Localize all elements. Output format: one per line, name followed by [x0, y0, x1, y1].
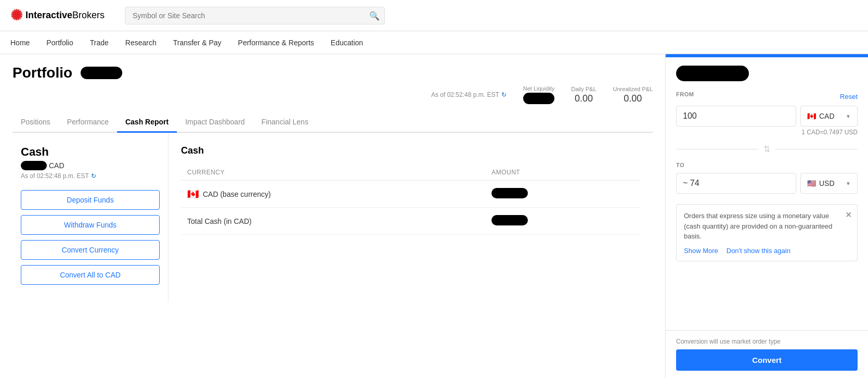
left-sidebar: Cash CAD As of 02:52:48 p.m. EST ↻ Depos…	[12, 133, 169, 303]
right-content: Cash CURRENCY AMOUNT 🇨🇦	[169, 133, 653, 303]
footer-text: Conversion will use market order type	[676, 338, 858, 345]
to-currency-code: USD	[819, 179, 835, 187]
cad-amount-redacted	[491, 188, 528, 198]
to-input-row: 🇺🇸 USD ▼	[676, 173, 858, 194]
cad-flag-icon: 🇨🇦	[187, 188, 199, 200]
notice-box: Orders that express size using a monetar…	[676, 204, 858, 261]
show-more-link[interactable]: Show More	[684, 247, 718, 255]
logo-bold: Interactive	[25, 10, 72, 20]
portfolio-value-redacted	[81, 67, 122, 79]
from-currency-code: CAD	[819, 112, 835, 120]
tab-performance[interactable]: Performance	[59, 112, 117, 133]
net-liquidity-value-redacted	[523, 93, 554, 104]
unrealized-pnl-value: 0.00	[613, 93, 653, 104]
reset-link[interactable]: Reset	[840, 93, 858, 100]
nav-item-transfer[interactable]: Transfer & Pay	[173, 31, 222, 54]
tab-positions[interactable]: Positions	[12, 112, 59, 133]
swap-line-left	[676, 149, 758, 149]
cad-currency-label: CAD (base currency)	[203, 190, 271, 198]
notice-links: Show More Don't show this again	[684, 247, 850, 255]
col-header-currency[interactable]: CURRENCY	[181, 165, 485, 181]
total-amount-redacted	[491, 215, 528, 225]
from-label: FROM	[676, 91, 694, 97]
swap-icon[interactable]: ⇅	[758, 144, 775, 154]
tab-cash-report[interactable]: Cash Report	[117, 112, 177, 133]
to-label: TO	[676, 162, 684, 168]
convert-all-to-cad-button[interactable]: Convert All to CAD	[21, 265, 160, 285]
withdraw-funds-button[interactable]: Withdraw Funds	[21, 215, 160, 235]
daily-pnl-value: 0.00	[571, 93, 596, 104]
nav-item-home[interactable]: Home	[10, 31, 30, 54]
logo-text: InteractiveBrokers	[25, 10, 105, 21]
deposit-funds-button[interactable]: Deposit Funds	[21, 190, 160, 210]
swap-line-right	[775, 149, 858, 149]
exchange-rate: 1 CAD=0.7497 USD	[676, 129, 858, 136]
cash-value-redacted	[21, 161, 47, 170]
cash-table: CURRENCY AMOUNT 🇨🇦 CAD (base currency)	[181, 165, 640, 235]
dont-show-again-link[interactable]: Don't show this again	[727, 247, 791, 255]
search-icon: 🔍	[369, 10, 380, 20]
from-input-row: 🇨🇦 CAD ▼	[676, 106, 858, 127]
tabs: Positions Performance Cash Report Impact…	[12, 112, 653, 133]
table-row: 🇨🇦 CAD (base currency)	[181, 181, 640, 208]
cad-amount-cell	[485, 181, 640, 208]
unrealized-pnl-label: Unrealized P&L	[613, 86, 653, 92]
to-currency-select[interactable]: 🇺🇸 USD ▼	[800, 173, 858, 194]
net-liquidity-label: Net Liquidity	[523, 85, 555, 92]
nav-item-research[interactable]: Research	[125, 31, 157, 54]
convert-button[interactable]: Convert	[676, 349, 858, 371]
currency-code: CAD	[49, 161, 64, 170]
net-liquidity-stat: Net Liquidity	[523, 85, 555, 104]
currency-badge: CAD	[21, 161, 160, 170]
col-header-amount[interactable]: AMOUNT	[485, 165, 640, 181]
as-of-timestamp: As of 02:52:48 p.m. EST ↻	[21, 172, 160, 180]
nav-item-education[interactable]: Education	[331, 31, 363, 54]
panel-account-redacted	[676, 66, 749, 81]
nav-item-portfolio[interactable]: Portfolio	[46, 31, 73, 54]
from-currency-select[interactable]: 🇨🇦 CAD ▼	[800, 106, 858, 127]
total-cash-cell: Total Cash (in CAD)	[181, 208, 485, 235]
panel-footer: Conversion will use market order type Co…	[666, 330, 868, 378]
page-title: Portfolio	[12, 65, 72, 81]
search-bar[interactable]: 🔍	[125, 7, 385, 24]
nav-item-performance[interactable]: Performance & Reports	[238, 31, 314, 54]
portfolio-header: Portfolio	[12, 65, 653, 81]
nav-menu: Home Portfolio Trade Research Transfer &…	[0, 31, 868, 54]
notice-text: Orders that express size using a monetar…	[684, 211, 850, 242]
notice-close-button[interactable]: ✕	[845, 210, 852, 220]
from-caret-icon: ▼	[846, 114, 851, 119]
currency-cell-cad: 🇨🇦 CAD (base currency)	[181, 181, 485, 208]
section-title: Cash	[181, 145, 640, 156]
total-amount-cell	[485, 208, 640, 235]
logo[interactable]: ✺ InteractiveBrokers	[10, 7, 114, 24]
logo-thin: Brokers	[72, 10, 105, 20]
daily-pnl-stat: Daily P&L 0.00	[571, 86, 596, 104]
panel-content: FROM Reset 🇨🇦 CAD ▼ 1 CAD=0.7497 USD ⇅	[666, 57, 868, 330]
logo-icon: ✺	[10, 7, 22, 24]
to-amount-input[interactable]	[676, 173, 796, 194]
convert-currency-button[interactable]: Convert Currency	[21, 240, 160, 260]
stats-row: As of 02:52:48 p.m. EST ↻ Net Liquidity …	[12, 85, 653, 104]
from-amount-input[interactable]	[676, 106, 796, 127]
tab-impact-dashboard[interactable]: Impact Dashboard	[177, 112, 253, 133]
sidebar-refresh-icon[interactable]: ↻	[91, 172, 96, 180]
cash-label: Cash	[21, 145, 160, 159]
to-caret-icon: ▼	[846, 181, 851, 186]
unrealized-pnl-stat: Unrealized P&L 0.00	[613, 86, 653, 104]
swap-row: ⇅	[676, 144, 858, 154]
table-row: Total Cash (in CAD)	[181, 208, 640, 235]
timestamp: As of 02:52:48 p.m. EST ↻	[431, 91, 507, 98]
daily-pnl-label: Daily P&L	[571, 86, 596, 92]
tab-financial-lens[interactable]: Financial Lens	[253, 112, 317, 133]
nav-item-trade[interactable]: Trade	[90, 31, 109, 54]
main-layout: Portfolio As of 02:52:48 p.m. EST ↻ Net …	[0, 54, 868, 378]
content-area: Portfolio As of 02:52:48 p.m. EST ↻ Net …	[0, 54, 665, 378]
top-bar: ✺ InteractiveBrokers 🔍	[0, 0, 868, 31]
refresh-icon[interactable]: ↻	[501, 91, 507, 98]
total-cash-label: Total Cash (in CAD)	[187, 217, 252, 225]
two-col-layout: Cash CAD As of 02:52:48 p.m. EST ↻ Depos…	[12, 133, 653, 303]
from-flag-icon: 🇨🇦	[807, 112, 816, 120]
search-input[interactable]	[125, 7, 385, 24]
currency-converter-panel: FROM Reset 🇨🇦 CAD ▼ 1 CAD=0.7497 USD ⇅	[665, 54, 868, 378]
to-flag-icon: 🇺🇸	[807, 179, 816, 187]
